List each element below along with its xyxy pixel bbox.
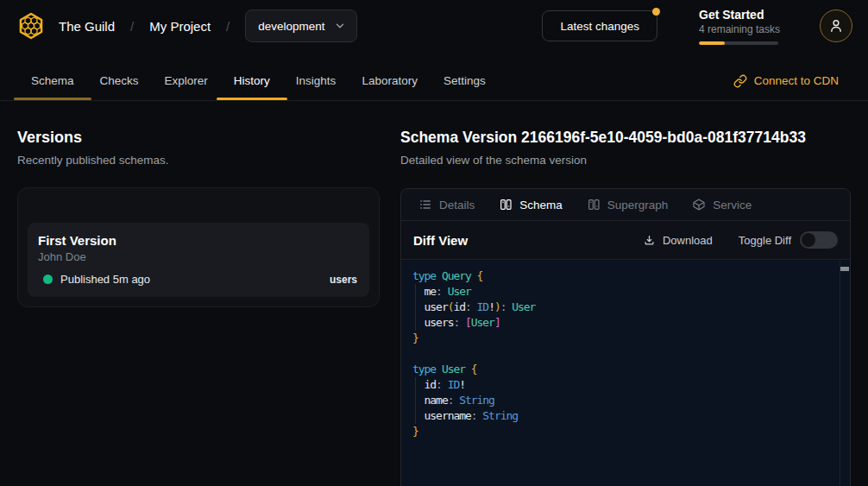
app-header: The Guild / My Project / development Lat… bbox=[0, 0, 868, 52]
progress-fill bbox=[699, 41, 725, 45]
user-icon bbox=[827, 17, 845, 35]
download-label: Download bbox=[663, 234, 713, 247]
nav-tab-laboratory[interactable]: Laboratory bbox=[358, 61, 421, 100]
target-selector[interactable]: development bbox=[245, 9, 356, 42]
indent-guide bbox=[415, 284, 416, 331]
scrollbar-track bbox=[840, 261, 840, 486]
versions-subtitle: Recently published schemas. bbox=[17, 153, 380, 168]
user-avatar[interactable] bbox=[820, 9, 852, 42]
code-line: id: ID! bbox=[412, 377, 850, 393]
versions-title: Versions bbox=[17, 127, 380, 148]
code-line: type User { bbox=[412, 362, 850, 377]
main-nav: SchemaChecksExplorerHistoryInsightsLabor… bbox=[0, 52, 868, 101]
tab-supergraph-label: Supergraph bbox=[607, 199, 669, 211]
get-started-progress bbox=[699, 41, 778, 45]
tab-details[interactable]: Details bbox=[418, 198, 475, 211]
tab-schema-label: Schema bbox=[519, 199, 563, 211]
latest-changes-label: Latest changes bbox=[560, 20, 639, 33]
version-service-badge: users bbox=[330, 274, 357, 286]
nav-tab-settings[interactable]: Settings bbox=[440, 61, 489, 100]
schema-version-column: Schema Version 2166196f-5e10-4059-bd0a-0… bbox=[400, 101, 868, 486]
nav-tab-explorer[interactable]: Explorer bbox=[161, 61, 211, 100]
tab-service[interactable]: Service bbox=[692, 198, 752, 211]
code-line: } bbox=[412, 424, 850, 439]
download-button[interactable]: Download bbox=[643, 234, 713, 247]
code-line: name: String bbox=[412, 393, 850, 408]
schema-version-panel: Details Schema Supergraph bbox=[400, 188, 851, 486]
columns-icon bbox=[499, 198, 513, 211]
chevron-down-icon bbox=[334, 20, 346, 32]
link-icon bbox=[733, 74, 747, 88]
code-line: username: String bbox=[412, 408, 850, 424]
tab-supergraph[interactable]: Supergraph bbox=[587, 198, 669, 211]
breadcrumb-org[interactable]: The Guild bbox=[59, 19, 115, 34]
version-card[interactable]: First Version John Doe Published 5m ago … bbox=[28, 223, 369, 297]
code-line bbox=[412, 346, 850, 362]
code-line: me: User bbox=[412, 284, 850, 300]
guild-logo-icon[interactable] bbox=[17, 12, 45, 40]
nav-tab-insights[interactable]: Insights bbox=[292, 61, 340, 100]
nav-tabs: SchemaChecksExplorerHistoryInsightsLabor… bbox=[28, 61, 508, 100]
versions-column: Versions Recently published schemas. Fir… bbox=[0, 101, 400, 486]
breadcrumb-project[interactable]: My Project bbox=[149, 19, 211, 34]
code-line: user(id: ID!): User bbox=[412, 300, 850, 315]
cube-icon bbox=[692, 198, 706, 211]
nav-tab-checks[interactable]: Checks bbox=[97, 61, 142, 100]
code-line: } bbox=[412, 331, 850, 346]
versions-list: First Version John Doe Published 5m ago … bbox=[17, 187, 380, 307]
version-meta-row: Published 5m ago users bbox=[38, 273, 357, 286]
breadcrumb-separator: / bbox=[130, 19, 134, 34]
toggle-knob bbox=[802, 233, 815, 247]
published-status-icon bbox=[43, 275, 53, 284]
schema-version-subtitle: Detailed view of the schema version bbox=[400, 153, 851, 168]
nav-tab-schema[interactable]: Schema bbox=[28, 61, 78, 100]
notification-dot bbox=[652, 8, 660, 16]
scrollbar-thumb[interactable] bbox=[840, 267, 849, 271]
tab-service-label: Service bbox=[713, 199, 752, 211]
version-author: John Doe bbox=[38, 249, 357, 265]
columns-icon bbox=[587, 198, 601, 211]
connect-to-cdn-link[interactable]: Connect to CDN bbox=[733, 74, 868, 88]
tab-details-label: Details bbox=[439, 199, 475, 211]
schema-code-editor[interactable]: type Query { me: User user(id: ID!): Use… bbox=[401, 261, 850, 486]
get-started-title: Get Started bbox=[699, 8, 778, 22]
code-line: users: [User] bbox=[412, 315, 850, 331]
list-icon bbox=[418, 198, 432, 211]
download-icon bbox=[643, 234, 656, 247]
diff-view-title: Diff View bbox=[413, 233, 468, 248]
breadcrumb: The Guild / My Project / bbox=[59, 19, 230, 34]
toggle-diff-label: Toggle Diff bbox=[739, 234, 791, 247]
indent-guide bbox=[415, 377, 416, 424]
diff-toolbar: Diff View Download Toggle Diff bbox=[401, 221, 850, 260]
get-started-widget[interactable]: Get Started 4 remaining tasks bbox=[699, 8, 778, 45]
code-line: type Query { bbox=[412, 268, 850, 284]
main-content: Versions Recently published schemas. Fir… bbox=[0, 101, 868, 486]
latest-changes-button[interactable]: Latest changes bbox=[542, 10, 657, 41]
breadcrumb-separator: / bbox=[226, 19, 230, 34]
version-status: Published 5m ago bbox=[60, 273, 150, 286]
target-selector-value: development bbox=[258, 20, 324, 33]
version-title: First Version bbox=[38, 232, 357, 249]
get-started-subtitle: 4 remaining tasks bbox=[699, 23, 778, 35]
toggle-diff-switch[interactable] bbox=[800, 231, 838, 249]
code-lines: type Query { me: User user(id: ID!): Use… bbox=[412, 268, 850, 439]
header-actions: Latest changes Get Started 4 remaining t… bbox=[542, 8, 852, 45]
nav-tab-history[interactable]: History bbox=[230, 61, 274, 100]
tab-schema[interactable]: Schema bbox=[499, 198, 563, 211]
panel-tabs: Details Schema Supergraph bbox=[401, 189, 850, 221]
schema-version-title: Schema Version 2166196f-5e10-4059-bd0a-0… bbox=[400, 127, 851, 148]
connect-to-cdn-label: Connect to CDN bbox=[754, 74, 839, 87]
